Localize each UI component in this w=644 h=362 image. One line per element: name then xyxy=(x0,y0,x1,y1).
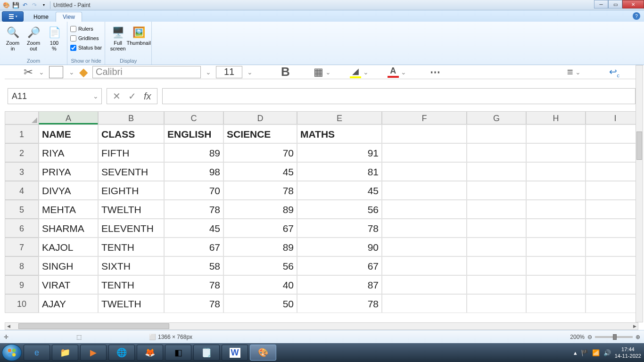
cell xyxy=(526,294,586,313)
taskbar-unknown-button[interactable]: ◧ xyxy=(165,345,191,361)
volume-icon[interactable]: 🔊 xyxy=(603,349,611,356)
cell xyxy=(526,124,586,143)
row-header: 4 xyxy=(5,181,39,200)
word-icon: W xyxy=(230,348,240,358)
cell: 40 xyxy=(223,275,297,294)
start-button[interactable] xyxy=(2,344,22,361)
maximize-button[interactable]: ▭ xyxy=(608,0,622,8)
paint-icon: 🎨 xyxy=(258,347,268,358)
save-icon[interactable]: 💾 xyxy=(11,1,20,9)
undo-icon[interactable]: ↶ xyxy=(21,1,29,9)
tab-view[interactable]: View xyxy=(56,12,82,22)
zoom-minus-button[interactable]: ⊖ xyxy=(587,334,592,340)
cell: 98 xyxy=(164,162,223,181)
column-header: H xyxy=(526,111,586,124)
cell: MATHS xyxy=(297,124,382,143)
ribbon-group-showhide: Rulers Gridlines Status bar Show or hide xyxy=(67,22,105,65)
cell xyxy=(586,238,638,256)
cell xyxy=(467,294,526,313)
zoom-plus-button[interactable]: ⊕ xyxy=(636,334,640,340)
cell: 87 xyxy=(297,275,382,294)
clipboard-box-icon xyxy=(49,66,63,78)
zoom-100-button[interactable]: 📄100 % xyxy=(44,24,64,55)
cell: TWELTH xyxy=(98,200,164,219)
cell: ELEVENTH xyxy=(98,219,164,238)
redo-icon[interactable]: ↷ xyxy=(30,1,39,9)
ribbon-group-title-display: Display xyxy=(108,58,149,65)
flag-icon[interactable]: 🏴 xyxy=(581,349,588,356)
cell: VIRAT xyxy=(39,275,98,294)
zoom-slider-thumb[interactable] xyxy=(613,334,617,340)
thumbnail-button[interactable]: 🖼️Thumbnail xyxy=(129,24,149,55)
font-color-tool: A xyxy=(388,66,406,78)
cell: 91 xyxy=(297,143,382,162)
paint-app-icon[interactable]: 🎨 xyxy=(2,1,10,9)
clock-time: 17:44 xyxy=(615,346,641,353)
taskbar-ie-button[interactable]: e xyxy=(24,345,50,361)
cell: TENTH xyxy=(98,275,164,294)
cell xyxy=(467,181,526,200)
title-bar: 🎨 💾 ↶ ↷ ▾ Untitled - Paint ─ ▭ ✕ xyxy=(0,0,644,10)
cell xyxy=(586,181,638,200)
folder-icon: 📁 xyxy=(60,347,70,358)
ribbon-group-display: 🖥️Full screen 🖼️Thumbnail Display xyxy=(105,22,152,65)
media-player-icon: ▶ xyxy=(90,347,97,358)
gridlines-checkbox[interactable]: Gridlines xyxy=(70,34,102,42)
paste-dropdown xyxy=(38,68,44,76)
cell xyxy=(586,294,638,313)
align-icon: ≡ xyxy=(567,66,573,78)
minimize-button[interactable]: ─ xyxy=(594,0,608,8)
column-header: I xyxy=(586,111,638,124)
row-header: 7 xyxy=(5,238,39,256)
cell: TWELTH xyxy=(98,294,164,313)
taskbar-word-button[interactable]: W xyxy=(222,345,248,361)
network-icon[interactable]: 📶 xyxy=(592,349,600,356)
cell xyxy=(526,200,586,219)
cell xyxy=(382,294,467,313)
bucket-icon: ◢ xyxy=(352,66,359,76)
statusbar-label: Status bar xyxy=(78,45,102,50)
taskbar-paint-button[interactable]: 🎨 xyxy=(250,345,276,361)
svg-point-4 xyxy=(12,349,16,352)
cell xyxy=(467,238,526,256)
close-button[interactable]: ✕ xyxy=(622,0,644,8)
cell: 67 xyxy=(164,238,223,256)
taskbar-explorer-button[interactable]: 📁 xyxy=(52,345,78,361)
scroll-right-arrow[interactable]: ▶ xyxy=(631,323,638,329)
paint-canvas[interactable]: ✂ ◆ Calibri ⌄ 11 ⌄ B ▦ ◢ A ⋯ ≡ ↩c A11 ✕ … xyxy=(5,65,638,324)
canvas-size-display: ⬜644 × 362px xyxy=(149,334,210,340)
show-hidden-icons[interactable]: ▴ xyxy=(574,349,577,356)
taskbar-chrome-button[interactable]: 🌐 xyxy=(108,345,135,361)
statusbar-checkbox[interactable]: Status bar xyxy=(70,43,102,52)
cell: 89 xyxy=(223,238,297,256)
taskbar-media-button[interactable]: ▶ xyxy=(80,345,107,361)
scrollbar-thumb[interactable] xyxy=(18,323,169,329)
file-menu-icon xyxy=(8,14,14,19)
clock[interactable]: 17:44 14-11-2022 xyxy=(615,346,641,359)
svg-rect-1 xyxy=(9,16,14,17)
zoom-in-button[interactable]: 🔍Zoom in xyxy=(3,24,23,55)
horizontal-scrollbar[interactable]: ◀ ▶ xyxy=(5,322,638,330)
cell xyxy=(526,181,586,200)
tab-home[interactable]: Home xyxy=(26,12,56,22)
vertical-scrollbar[interactable] xyxy=(636,65,643,322)
taskbar-firefox-button[interactable]: 🦊 xyxy=(137,345,163,361)
zoom-100-label: 100 % xyxy=(50,40,58,51)
svg-rect-2 xyxy=(9,18,14,19)
selection-size: ⬚ xyxy=(76,334,138,340)
cell xyxy=(382,275,467,294)
rulers-checkbox[interactable]: Rulers xyxy=(70,25,102,33)
zoom-out-button[interactable]: 🔎Zoom out xyxy=(24,24,43,55)
zoom-percent-text: 200% xyxy=(570,334,585,340)
full-screen-button[interactable]: 🖥️Full screen xyxy=(108,24,128,55)
cell xyxy=(586,143,638,162)
scrollbar-thumb[interactable] xyxy=(636,132,642,160)
help-icon[interactable]: ? xyxy=(633,12,640,20)
qat-dropdown-icon[interactable]: ▾ xyxy=(40,1,48,9)
cell: TENTH xyxy=(98,238,164,256)
zoom-slider[interactable] xyxy=(595,336,633,338)
file-menu-button[interactable] xyxy=(2,11,24,22)
scroll-left-arrow[interactable]: ◀ xyxy=(5,323,12,329)
cell: 56 xyxy=(297,200,382,219)
taskbar-notes-button[interactable]: 🗒️ xyxy=(193,345,220,361)
